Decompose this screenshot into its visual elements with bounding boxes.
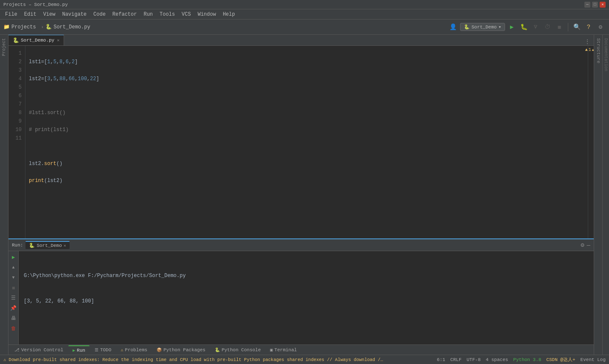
help-button[interactable]: ? bbox=[584, 22, 594, 32]
run-tab[interactable]: 🐍 Sort_Demo ✕ bbox=[25, 241, 69, 249]
documentation-panel-tab[interactable]: Documentation bbox=[602, 35, 609, 355]
run-settings-icon[interactable]: ⚙ bbox=[581, 241, 584, 249]
code-editor[interactable]: lst1 = [1,5,8,6,2] lst2 = [3,5,88,66,100… bbox=[25, 46, 588, 238]
tab-todo[interactable]: ☰ TODO bbox=[90, 345, 115, 355]
run-scroll-down-button[interactable]: ▼ bbox=[9, 273, 18, 282]
line-num-5: 5 bbox=[8, 83, 22, 92]
run-config-selector[interactable]: 🐍 Sort_Demo ▾ bbox=[460, 23, 505, 31]
file-breadcrumb-label[interactable]: Sort_Demo.py bbox=[53, 24, 90, 30]
project-sidebar-tab[interactable]: Project bbox=[0, 35, 8, 355]
todo-label: TODO bbox=[100, 347, 111, 353]
debug-button[interactable]: 🐛 bbox=[519, 22, 529, 32]
warning-status[interactable]: ⚠ Download pre-built shared indexes: Red… bbox=[3, 357, 385, 362]
line-num-6: 6 bbox=[8, 92, 22, 100]
close-button[interactable]: ✕ bbox=[600, 2, 606, 8]
structure-panel-tab[interactable]: Structure bbox=[594, 35, 602, 355]
run-tab-icon: 🐍 bbox=[29, 243, 35, 248]
line-num-2: 2 bbox=[8, 58, 22, 66]
menu-file[interactable]: File bbox=[2, 11, 21, 18]
run-panel: Run: 🐍 Sort_Demo ✕ ⚙ — ▶ ▲ bbox=[8, 238, 594, 344]
tab-more-button[interactable]: ⋮ bbox=[581, 38, 594, 45]
window-title: Projects – Sort_Demo.py bbox=[3, 2, 584, 7]
cursor-position[interactable]: 6:1 bbox=[437, 357, 445, 362]
tab-python-icon: 🐍 bbox=[13, 37, 19, 44]
editor-and-panels: Project 🐍 Sort_Demo.py ✕ ⋮ 1 2 3 bbox=[0, 35, 609, 355]
python-file-icon: 🐍 bbox=[45, 24, 52, 30]
run-output: G:\Python\python.exe F:/Pycharm/Projects… bbox=[19, 251, 594, 344]
warning-count: 1 bbox=[589, 48, 591, 52]
menu-help[interactable]: Help bbox=[219, 11, 239, 18]
line-ending[interactable]: CRLF bbox=[450, 357, 461, 362]
console-label: Python Console bbox=[222, 347, 261, 353]
documentation-label[interactable]: Documentation bbox=[603, 38, 608, 71]
run-pin-button[interactable]: 📌 bbox=[9, 304, 18, 312]
title-bar: Projects – Sort_Demo.py — □ ✕ bbox=[0, 0, 609, 9]
menu-navigate[interactable]: Navigate bbox=[59, 11, 90, 18]
menu-window[interactable]: Window bbox=[194, 11, 219, 18]
event-log-label[interactable]: Event Log bbox=[581, 357, 606, 362]
line-num-3: 3 bbox=[8, 66, 22, 75]
code-line-4: #lst1.sort() bbox=[29, 109, 584, 117]
menu-edit[interactable]: Edit bbox=[21, 11, 40, 18]
menu-view[interactable]: View bbox=[40, 11, 59, 18]
python-version[interactable]: Python 3.8 bbox=[513, 357, 541, 362]
run-button[interactable]: ▶ bbox=[507, 22, 517, 32]
tab-version-control[interactable]: ⎇ Version Control bbox=[10, 345, 67, 355]
tab-terminal[interactable]: ▣ Terminal bbox=[266, 345, 301, 355]
problems-icon: ⚠ bbox=[121, 347, 123, 353]
menu-run[interactable]: Run bbox=[140, 11, 156, 18]
line-numbers: 1 2 3 4 5 6 7 8 9 10 11 bbox=[8, 46, 25, 238]
profile-run-button[interactable]: ⏱ bbox=[542, 22, 553, 32]
output-line-2: [3, 5, 22, 66, 88, 100] bbox=[24, 297, 589, 305]
run-print-button[interactable]: 🖶 bbox=[9, 314, 18, 322]
run-list-button[interactable]: ☰ bbox=[9, 294, 18, 302]
code-line-1: lst1 = [1,5,8,6,2] bbox=[29, 58, 584, 66]
run-scroll-up-button[interactable]: ▲ bbox=[9, 263, 18, 272]
problems-label: Problems bbox=[125, 347, 147, 353]
line-num-11: 11 bbox=[8, 134, 22, 143]
code-line-9 bbox=[29, 193, 584, 202]
center-column: 🐍 Sort_Demo.py ✕ ⋮ 1 2 3 4 5 6 7 8 bbox=[8, 35, 594, 355]
code-line-7: lst2.sort() bbox=[29, 160, 584, 168]
coverage-button[interactable]: ⛛ bbox=[530, 22, 541, 32]
minimize-button[interactable]: — bbox=[584, 2, 590, 8]
tab-python-packages[interactable]: 📦 Python Packages bbox=[152, 345, 210, 355]
tab-close-button[interactable]: ✕ bbox=[57, 38, 59, 43]
csdn-label[interactable]: CSDN @达人+ bbox=[546, 356, 575, 363]
menu-code[interactable]: Code bbox=[90, 11, 109, 18]
structure-label[interactable]: Structure bbox=[596, 38, 601, 63]
project-label[interactable]: Projects bbox=[11, 24, 36, 30]
maximize-button[interactable]: □ bbox=[592, 2, 598, 8]
run-minimize-icon[interactable]: — bbox=[587, 242, 590, 249]
run-clear-button[interactable]: 🗑 bbox=[9, 324, 18, 333]
profile-button[interactable]: 👤 bbox=[448, 22, 458, 32]
editor-scrollbar[interactable]: ▲ 1 ▲ ▼ bbox=[588, 46, 594, 238]
line-num-8: 8 bbox=[8, 109, 22, 117]
run-config-dropdown-icon: ▾ bbox=[498, 24, 501, 30]
indent-info[interactable]: 4 spaces bbox=[486, 357, 508, 362]
search-button[interactable]: 🔍 bbox=[572, 22, 582, 32]
stop-button[interactable]: ◼ bbox=[554, 22, 564, 32]
todo-icon: ☰ bbox=[95, 347, 98, 353]
run-panel-header: Run: 🐍 Sort_Demo ✕ ⚙ — bbox=[8, 239, 594, 251]
project-panel-label[interactable]: Project bbox=[0, 35, 8, 59]
tab-run[interactable]: ▶ Run bbox=[68, 345, 90, 355]
menu-tools[interactable]: Tools bbox=[156, 11, 178, 18]
tab-problems[interactable]: ⚠ Problems bbox=[116, 345, 152, 355]
run-stop-button[interactable]: ◼ bbox=[9, 283, 18, 292]
run-rerun-button[interactable]: ▶ bbox=[9, 253, 18, 261]
run-config-icon: 🐍 bbox=[464, 24, 470, 30]
encoding[interactable]: UTF-8 bbox=[467, 357, 481, 362]
toolbar: 📁 Projects › 🐍 Sort_Demo.py 👤 🐍 Sort_Dem… bbox=[0, 20, 609, 35]
line-num-9: 9 bbox=[8, 117, 22, 126]
console-icon: 🐍 bbox=[215, 347, 220, 353]
vcs-label: Version Control bbox=[21, 347, 63, 353]
run-tab-close[interactable]: ✕ bbox=[64, 243, 66, 248]
menu-vcs[interactable]: VCS bbox=[178, 11, 194, 18]
tab-python-console[interactable]: 🐍 Python Console bbox=[210, 345, 265, 355]
file-breadcrumb: 🐍 Sort_Demo.py bbox=[45, 24, 90, 30]
settings-button[interactable]: ⚙ bbox=[595, 22, 606, 32]
menu-refactor[interactable]: Refactor bbox=[109, 11, 140, 18]
code-line-6 bbox=[29, 143, 584, 151]
tab-sort-demo[interactable]: 🐍 Sort_Demo.py ✕ bbox=[8, 35, 64, 45]
